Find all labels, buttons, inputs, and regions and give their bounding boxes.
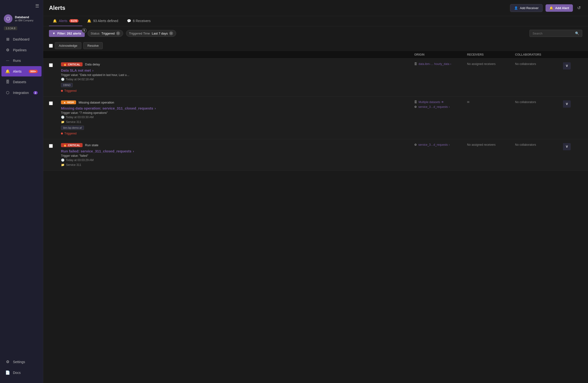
row3-type-label: Run state [85, 143, 98, 147]
integration-badge: 2 [33, 91, 38, 95]
table-row: ▲ HIGH Missing dataset operation Missing… [43, 96, 588, 139]
row2-type-label: Missing dataset operation [79, 101, 114, 104]
add-receiver-button[interactable]: 👤 Add Receiver [510, 4, 543, 12]
row3-severity-row: 🔥 CRITICAL Run state [61, 143, 410, 147]
sidebar-item-pipelines[interactable]: ⚙ Pipelines [1, 45, 42, 55]
tab-receivers-icon: 💬 [127, 19, 131, 23]
row3-pipeline-link[interactable]: service_3…d_requests › [418, 143, 450, 146]
sidebar-item-docs[interactable]: 📄 Docs [1, 367, 42, 378]
filter-bar: ▼ Filter: 262 alerts 1 Status Triggered … [43, 26, 588, 40]
filter-chip-time: Triggered Time Last 7 days ✕ [126, 30, 176, 37]
row1-type-label: Data delay [85, 62, 100, 66]
tab-alerts-label: Alerts [59, 19, 67, 23]
refresh-button[interactable]: ↺ [576, 4, 582, 12]
row3-checkbox [49, 143, 61, 148]
row2-status: Triggered [61, 132, 410, 135]
sidebar-bottom: ⚙ Settings 📄 Docs [0, 354, 43, 383]
row3-select[interactable] [49, 144, 53, 148]
chevron-icon: › [449, 105, 450, 109]
row2-origin-link[interactable]: Multiple datasets 👁 [419, 100, 444, 104]
row2-name-link[interactable]: Missing data operation: service_311_clos… [61, 106, 410, 110]
folder-icon: 📁 [61, 120, 64, 124]
dashboard-icon: ⊞ [5, 37, 10, 41]
sidebar-item-dashboard[interactable]: ⊞ Dashboard [1, 34, 42, 44]
row2-env-tag: ibm-bp-demo-af [61, 126, 84, 130]
tab-receivers[interactable]: 💬 6 Receivers [123, 16, 155, 26]
clock-icon: 🕐 [61, 158, 64, 162]
col-collaborators: Collaborators [515, 53, 563, 56]
row1-collaborators: No collaborators [515, 62, 563, 66]
sidebar-label-pipelines: Pipelines [13, 48, 27, 52]
logo-icon: ⬡ [4, 14, 13, 23]
settings-icon: ⚙ [5, 360, 10, 364]
sidebar-item-runs[interactable]: ··· Runs [1, 56, 42, 66]
filter-chip-status: Status Triggered ✕ [88, 30, 123, 37]
select-all-checkbox[interactable] [49, 44, 53, 48]
row3-time: 🕐 Today at 03:03:29 AM [61, 158, 410, 162]
folder-icon: 📁 [61, 163, 64, 167]
row3-view-button[interactable]: V [563, 143, 571, 150]
sidebar-item-alerts[interactable]: 🔔 Alerts 999+ [1, 66, 42, 77]
row1-checkbox [49, 62, 61, 67]
runs-icon: ··· [5, 58, 10, 63]
row1-severity-badge: 🔥 CRITICAL [61, 62, 83, 66]
tab-alerts-defined[interactable]: 🔔 93 Alerts defined [83, 16, 122, 26]
row2-trigger-value: Trigger value: "7 missing operations" [61, 111, 410, 115]
clock-icon: 🕐 [61, 115, 64, 119]
row2-pipeline-link[interactable]: service_3…d_requests › [418, 105, 450, 109]
sidebar-item-datasets[interactable]: 🗄 Datasets [1, 77, 42, 87]
row1-trigger-value: Trigger value: "Data not updated in last… [61, 73, 410, 77]
row1-select[interactable] [49, 63, 53, 67]
col-action [563, 53, 582, 56]
fire-icon: 🔥 [63, 63, 67, 66]
status-dot [61, 90, 63, 92]
row3-collaborators: No collaborators [515, 143, 563, 146]
chevron-icon: › [450, 62, 451, 66]
chip-time-close[interactable]: ✕ [169, 31, 173, 35]
tab-alerts[interactable]: 🔔 Alerts 6170 [49, 16, 82, 26]
email-icon: ✉ [467, 100, 469, 104]
chip-status-close[interactable]: ✕ [116, 31, 120, 35]
add-alert-button[interactable]: 🔔 Add Alert [546, 4, 573, 12]
row1-name-link[interactable]: Data SLA not met › [61, 68, 410, 72]
datasets-icon: 🗄 [5, 80, 10, 84]
chevron-icon: › [449, 143, 450, 146]
alerts-table: Origin Receivers Collaborators 🔥 CRITICA… [43, 51, 588, 383]
row3-origin: ⚙ service_3…d_requests › [414, 143, 467, 146]
row3-name-link[interactable]: Run failed: service_311_closed_requests … [61, 149, 410, 153]
row2-view-button[interactable]: V [563, 100, 571, 108]
sidebar-item-integration[interactable]: ⬡ Integration 2 [1, 87, 42, 98]
main-content: Alerts 👤 Add Receiver 🔔 Add Alert ↺ 🔔 Al… [43, 0, 588, 383]
sidebar-item-settings[interactable]: ⚙ Settings [1, 357, 42, 367]
row2-time: 🕐 Today at 03:03:30 AM [61, 115, 410, 119]
pipelines-icon: ⚙ [5, 48, 10, 52]
row1-view-button[interactable]: V [563, 62, 571, 70]
row1-status: Triggered [61, 89, 410, 93]
row1-receivers: No assigned receivers [467, 62, 515, 66]
hamburger-icon: ☰ [35, 3, 39, 9]
dataset-icon: 🗄 [414, 62, 417, 66]
chip-time-label: Triggered Time [129, 32, 150, 35]
tab-alerts-bell-icon: 🔔 [53, 19, 57, 23]
search-input[interactable] [533, 32, 573, 35]
sidebar-toggle[interactable]: ☰ [0, 0, 43, 12]
row2-folder: 📁 Service 311 [61, 120, 410, 124]
resolve-button[interactable]: Resolve [83, 42, 103, 49]
acknowledge-button[interactable]: Acknowledge [55, 42, 81, 49]
integration-icon: ⬡ [5, 90, 10, 95]
refresh-icon: ↺ [577, 5, 581, 10]
row2-select[interactable] [49, 101, 53, 105]
filter-button[interactable]: ▼ Filter: 262 alerts 1 [49, 30, 85, 37]
sidebar-label-dashboard: Dashboard [13, 38, 29, 41]
table-row: 🔥 CRITICAL Run state Run failed: service… [43, 139, 588, 171]
row2-origin-dataset: 🗄 Multiple datasets 👁 [414, 100, 467, 104]
row1-origin-dataset: 🗄 data.ibm-… hourly_data › [414, 62, 467, 66]
row3-view: V [563, 143, 582, 150]
header-actions: 👤 Add Receiver 🔔 Add Alert ↺ [510, 4, 582, 12]
row1-env-tag: DBND [61, 83, 73, 87]
dataset-icon: 🗄 [414, 100, 417, 104]
row1-origin-link[interactable]: data.ibm-… hourly_data › [419, 62, 451, 66]
pipeline-icon: ⚙ [414, 105, 417, 109]
chevron-right-icon: › [133, 149, 134, 153]
row2-severity-row: ▲ HIGH Missing dataset operation [61, 100, 410, 104]
